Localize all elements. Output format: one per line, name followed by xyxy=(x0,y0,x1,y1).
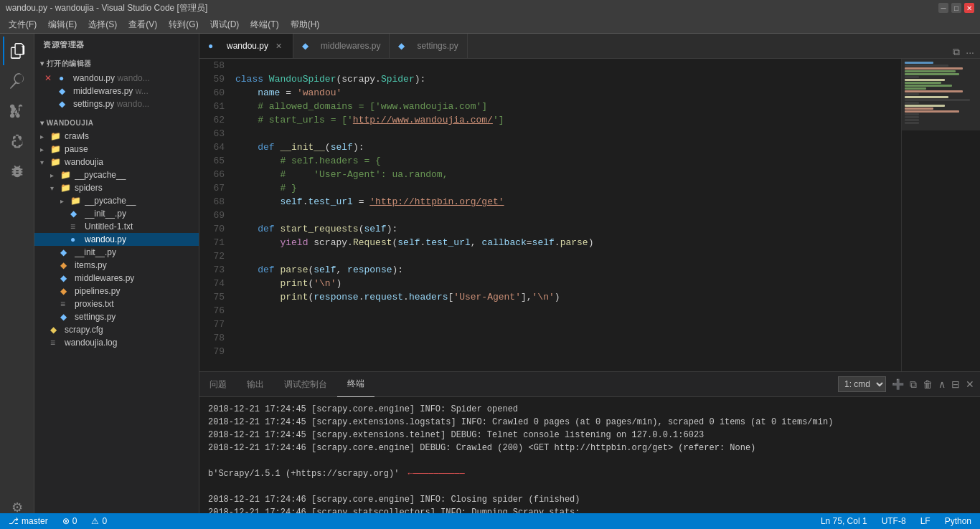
branch-label: master xyxy=(22,516,48,526)
split-terminal-icon[interactable]: ⧉ xyxy=(910,378,917,391)
close-button[interactable]: ✕ xyxy=(964,3,974,13)
restore-panel-icon[interactable]: ⊟ xyxy=(951,378,960,390)
open-editor-settings[interactable]: ✕ ◆ settings.py wando... xyxy=(34,97,199,110)
activity-debug[interactable] xyxy=(3,157,32,186)
activity-scm[interactable] xyxy=(3,97,32,125)
tab-close-wandou[interactable]: ✕ xyxy=(273,40,284,52)
tab-problems[interactable]: 问题 xyxy=(199,372,237,397)
tab-wandou[interactable]: ● wandou.py ✕ xyxy=(199,34,293,58)
maximize-button[interactable]: □ xyxy=(951,3,961,13)
code-line-74: print('\n') xyxy=(235,277,901,290)
menu-file[interactable]: 文件(F) xyxy=(3,17,42,32)
tree-label-scrapy: scrapy.cfg xyxy=(65,325,199,335)
tree-items[interactable]: ◆ items.py xyxy=(34,259,199,272)
window-controls: ─ □ ✕ xyxy=(938,3,974,13)
term-line-scrapy: b'Scrapy/1.5.1 (+https://scrapy.org)' ←─… xyxy=(208,467,971,480)
delete-terminal-icon[interactable]: 🗑 xyxy=(923,378,933,390)
error-icon: ⊗ xyxy=(62,516,70,526)
error-count: 0 xyxy=(72,516,77,526)
status-language[interactable]: Python xyxy=(942,516,974,526)
tree-init-py-spiders[interactable]: ◆ __init__.py xyxy=(34,207,199,220)
activity-search[interactable] xyxy=(3,67,32,95)
tree-crawls[interactable]: ▸ 📁 crawls xyxy=(34,130,199,143)
terminal-instance-select[interactable]: 1: cmd xyxy=(838,376,886,392)
add-terminal-icon[interactable]: ➕ xyxy=(892,378,904,390)
status-errors[interactable]: ⊗ 0 xyxy=(60,516,80,526)
tree-label-wandou: wandou.py xyxy=(85,234,199,244)
menu-bar: 文件(F) 编辑(E) 选择(S) 查看(V) 转到(G) 调试(D) 终端(T… xyxy=(0,16,980,34)
open-editors-list: ✕ ● wandou.py wando... ✕ ◆ middlewares.p… xyxy=(34,72,199,110)
language-text: Python xyxy=(945,516,971,526)
terminal-area: 问题 输出 调试控制台 终端 1: cmd ➕ ⧉ 🗑 ∧ ⊟ ✕ 2018-1… xyxy=(199,371,980,529)
status-encoding[interactable]: UTF-8 xyxy=(879,516,909,526)
file-tree: ▸ 📁 crawls ▸ 📁 pause ▾ 📁 wandoujia ▸ 📁 _… xyxy=(34,130,199,349)
tab-output[interactable]: 输出 xyxy=(237,372,274,397)
tab-terminal[interactable]: 终端 xyxy=(337,372,374,397)
line-ending-text: LF xyxy=(920,516,930,526)
tree-scrapy-cfg[interactable]: ◆ scrapy.cfg xyxy=(34,323,199,336)
open-editor-middlewares[interactable]: ✕ ◆ middlewares.py w... xyxy=(34,85,199,97)
tab-icon-settings: ◆ xyxy=(398,41,410,51)
chevron-pycache2: ▸ xyxy=(60,197,70,205)
split-editor-icon[interactable]: ⧉ xyxy=(953,46,960,58)
tree-pipelines[interactable]: ◆ pipelines.py xyxy=(34,285,199,297)
tree-label-wandoujia: wandoujia xyxy=(65,157,199,167)
file-icon-untitled: ≡ xyxy=(70,221,82,232)
tree-wandou-py[interactable]: ● wandou.py xyxy=(34,233,199,246)
tree-wandoujia-log[interactable]: ≡ wandoujia.log xyxy=(34,336,199,349)
tree-proxies[interactable]: ≡ proxies.txt xyxy=(34,297,199,310)
tree-label-pycache1: __pycache__ xyxy=(75,170,199,180)
file-icon-scrapy: ◆ xyxy=(50,325,62,335)
tab-middlewares[interactable]: ◆ middlewares.py xyxy=(293,34,390,58)
status-line-ending[interactable]: LF xyxy=(918,516,933,526)
status-branch[interactable]: ⎇ master xyxy=(6,516,51,526)
menu-goto[interactable]: 转到(G) xyxy=(163,17,204,32)
menu-view[interactable]: 查看(V) xyxy=(123,17,163,32)
tab-label-wandou: wandou.py xyxy=(227,41,268,51)
terminal-content[interactable]: 2018-12-21 17:24:45 [scrapy.core.engine]… xyxy=(199,397,980,529)
tree-pycache2[interactable]: ▸ 📁 __pycache__ xyxy=(34,194,199,207)
terminal-actions: 1: cmd ➕ ⧉ 🗑 ∧ ⊟ ✕ xyxy=(838,376,980,392)
close-panel-icon[interactable]: ✕ xyxy=(966,378,974,390)
activity-explorer[interactable] xyxy=(3,37,32,65)
menu-debug[interactable]: 调试(D) xyxy=(204,17,245,32)
code-editor[interactable]: 58 59 60 61 62 63 64 65 66 67 68 69 70 7… xyxy=(199,59,901,371)
status-warnings[interactable]: ⚠ 0 xyxy=(88,516,110,526)
open-editor-wandou[interactable]: ✕ ● wandou.py wando... xyxy=(34,72,199,85)
more-actions-icon[interactable]: ··· xyxy=(966,47,974,58)
tab-settings[interactable]: ◆ settings.py xyxy=(390,34,467,58)
tab-debug-console[interactable]: 调试控制台 xyxy=(274,372,337,397)
tree-settings[interactable]: ◆ settings.py xyxy=(34,310,199,323)
term-line-1: 2018-12-21 17:24:45 [scrapy.core.engine]… xyxy=(208,403,971,416)
menu-select[interactable]: 选择(S) xyxy=(83,17,123,32)
menu-help[interactable]: 帮助(H) xyxy=(285,17,326,32)
chevron-pycache1: ▸ xyxy=(50,171,60,179)
code-line-72 xyxy=(235,249,901,263)
tab-bar-actions: ⧉ ··· xyxy=(947,46,980,58)
term-line-6 xyxy=(208,480,971,493)
activity-extensions[interactable] xyxy=(3,127,32,156)
file-icon-init-spiders: ◆ xyxy=(70,209,82,219)
menu-edit[interactable]: 编辑(E) xyxy=(42,17,83,32)
code-line-60: name = 'wandou' xyxy=(235,86,901,100)
open-editors-title[interactable]: ▾ 打开的编辑器 xyxy=(34,53,199,72)
status-line-col[interactable]: Ln 75, Col 1 xyxy=(818,516,870,526)
folder-icon-wandoujia: 📁 xyxy=(50,157,62,167)
minimize-button[interactable]: ─ xyxy=(938,3,948,13)
open-editor-name: wandou.py wando... xyxy=(73,73,199,83)
tree-init-wandoujia[interactable]: ◆ __init__.py xyxy=(34,246,199,259)
tree-pause[interactable]: ▸ 📁 pause xyxy=(34,143,199,156)
line-col-text: Ln 75, Col 1 xyxy=(821,516,867,526)
menu-terminal[interactable]: 终端(T) xyxy=(245,17,284,32)
project-title[interactable]: ▾ WANDOUJIA xyxy=(34,113,199,130)
tree-spiders[interactable]: ▾ 📁 spiders xyxy=(34,181,199,194)
tree-untitled[interactable]: ≡ Untitled-1.txt xyxy=(34,220,199,233)
maximize-terminal-icon[interactable]: ∧ xyxy=(938,378,946,390)
tree-middlewares[interactable]: ◆ middlewares.py xyxy=(34,272,199,285)
tree-wandoujia[interactable]: ▾ 📁 wandoujia xyxy=(34,156,199,168)
open-editor-name2: middlewares.py w... xyxy=(73,86,199,96)
tree-pycache1[interactable]: ▸ 📁 __pycache__ xyxy=(34,168,199,181)
close-editor-icon[interactable]: ✕ xyxy=(44,73,56,83)
main-container: ⚙ 资源管理器 ▾ 打开的编辑器 ✕ ● wandou.py wando... … xyxy=(0,34,980,529)
file-icon-wandou: ● xyxy=(70,234,82,244)
